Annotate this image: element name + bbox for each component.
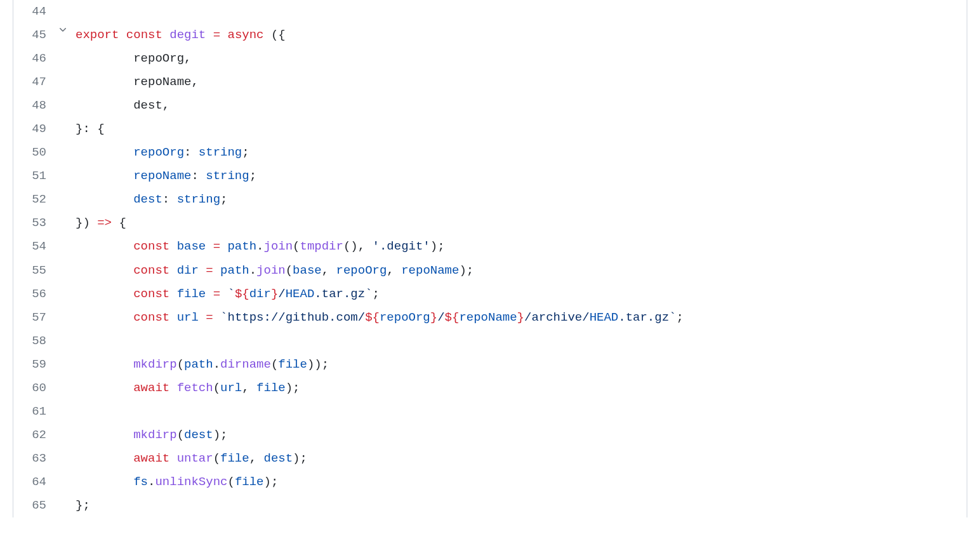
syntax-token	[76, 310, 133, 324]
syntax-token: dir	[249, 287, 271, 301]
fold-toggle-icon[interactable]	[58, 23, 76, 35]
line-number[interactable]: 47	[13, 70, 58, 94]
code-content[interactable]: repoOrg: string;	[76, 141, 967, 164]
code-line[interactable]: 57 const url = `https://github.com/${rep…	[13, 306, 967, 330]
syntax-token: repoName	[401, 263, 459, 277]
syntax-token: repoName	[459, 310, 517, 324]
code-content[interactable]: repoName: string;	[76, 164, 967, 188]
code-line[interactable]: 56 const file = `${dir}/HEAD.tar.gz`;	[13, 283, 967, 306]
code-content[interactable]: mkdirp(dest);	[76, 423, 967, 447]
syntax-token: dest,	[76, 98, 169, 112]
line-number[interactable]: 44	[13, 0, 58, 23]
syntax-token: (),	[343, 239, 373, 253]
code-content[interactable]: repoName,	[76, 70, 967, 94]
line-number[interactable]: 46	[13, 47, 58, 70]
code-line[interactable]: 50 repoOrg: string;	[13, 141, 967, 164]
fold-gutter-spacer	[58, 47, 76, 48]
code-content[interactable]	[76, 0, 967, 23]
code-line[interactable]: 55 const dir = path.join(base, repoOrg, …	[13, 259, 967, 283]
code-content[interactable]: }) => {	[76, 211, 967, 235]
fold-gutter-spacer	[58, 164, 76, 166]
line-number[interactable]: 55	[13, 259, 58, 283]
line-number[interactable]: 63	[13, 447, 58, 470]
code-line[interactable]: 58	[13, 330, 967, 353]
line-number[interactable]: 49	[13, 117, 58, 141]
code-content[interactable]: await untar(file, dest);	[76, 447, 967, 470]
line-number[interactable]: 64	[13, 470, 58, 494]
code-content[interactable]: fs.unlinkSync(file);	[76, 470, 967, 494]
syntax-token: base	[293, 263, 322, 277]
code-content[interactable]: const file = `${dir}/HEAD.tar.gz`;	[76, 283, 967, 306]
code-line[interactable]: 47 repoName,	[13, 70, 967, 94]
syntax-token: .	[249, 263, 256, 277]
line-number[interactable]: 61	[13, 400, 58, 423]
code-line[interactable]: 54 const base = path.join(tmpdir(), '.de…	[13, 235, 967, 258]
code-line[interactable]: 60 await fetch(url, file);	[13, 377, 967, 400]
code-content[interactable]: mkdirp(path.dirname(file));	[76, 353, 967, 377]
code-line[interactable]: 59 mkdirp(path.dirname(file));	[13, 353, 967, 377]
syntax-token: const	[133, 310, 169, 324]
line-number[interactable]: 59	[13, 353, 58, 377]
code-content[interactable]	[76, 400, 967, 423]
syntax-token	[76, 428, 133, 442]
line-number[interactable]: 45	[13, 23, 58, 47]
code-line[interactable]: 48 dest,	[13, 94, 967, 117]
syntax-token: `https://github.com/	[220, 310, 365, 324]
code-content[interactable]: }: {	[76, 117, 967, 141]
code-content[interactable]	[76, 330, 967, 353]
line-number[interactable]: 51	[13, 164, 58, 188]
code-content[interactable]: await fetch(url, file);	[76, 377, 967, 400]
line-number[interactable]: 53	[13, 211, 58, 235]
code-content[interactable]: const url = `https://github.com/${repoOr…	[76, 306, 967, 330]
code-line[interactable]: 65};	[13, 494, 967, 517]
code-content[interactable]: const base = path.join(tmpdir(), '.degit…	[76, 235, 967, 258]
line-number[interactable]: 62	[13, 423, 58, 447]
line-number[interactable]: 58	[13, 330, 58, 353]
line-number[interactable]: 65	[13, 494, 58, 517]
syntax-token: degit	[169, 28, 206, 42]
line-number[interactable]: 48	[13, 94, 58, 117]
line-number[interactable]: 57	[13, 306, 58, 330]
code-diff-view: 44 45export const degit = async ({46 rep…	[13, 0, 967, 517]
syntax-token	[213, 263, 220, 277]
syntax-token: fetch	[177, 381, 213, 395]
code-line[interactable]: 63 await untar(file, dest);	[13, 447, 967, 470]
syntax-token: );	[430, 239, 445, 253]
fold-gutter-spacer	[58, 494, 76, 495]
fold-gutter-spacer	[58, 94, 76, 95]
code-content[interactable]: };	[76, 494, 967, 517]
code-line[interactable]: 52 dest: string;	[13, 188, 967, 211]
syntax-token: ;	[249, 169, 256, 183]
line-number[interactable]: 50	[13, 141, 58, 164]
code-content[interactable]: dest,	[76, 94, 967, 117]
line-number[interactable]: 54	[13, 235, 58, 258]
code-content[interactable]: dest: string;	[76, 188, 967, 211]
code-line[interactable]: 49}: {	[13, 117, 967, 141]
code-line[interactable]: 62 mkdirp(dest);	[13, 423, 967, 447]
syntax-token	[76, 169, 133, 183]
code-line[interactable]: 44	[13, 0, 967, 23]
code-line[interactable]: 45export const degit = async ({	[13, 23, 967, 47]
syntax-token: file	[256, 381, 286, 395]
syntax-token: unlinkSync	[155, 475, 227, 489]
syntax-token: /	[278, 287, 285, 301]
code-content[interactable]: export const degit = async ({	[76, 23, 967, 47]
line-number[interactable]: 60	[13, 377, 58, 400]
syntax-token: =	[213, 239, 220, 253]
code-line[interactable]: 64 fs.unlinkSync(file);	[13, 470, 967, 494]
syntax-token: =	[206, 263, 213, 277]
code-line[interactable]: 46 repoOrg,	[13, 47, 967, 70]
syntax-token: async	[227, 28, 263, 42]
code-line[interactable]: 53}) => {	[13, 211, 967, 235]
code-content[interactable]: const dir = path.join(base, repoOrg, rep…	[76, 259, 967, 283]
syntax-token: (	[271, 357, 278, 371]
code-content[interactable]: repoOrg,	[76, 47, 967, 70]
syntax-token	[76, 381, 133, 395]
syntax-token	[169, 239, 176, 253]
fold-gutter-spacer	[58, 211, 76, 213]
line-number[interactable]: 56	[13, 283, 58, 306]
line-number[interactable]: 52	[13, 188, 58, 211]
syntax-token	[220, 28, 227, 42]
code-line[interactable]: 61	[13, 400, 967, 423]
code-line[interactable]: 51 repoName: string;	[13, 164, 967, 188]
